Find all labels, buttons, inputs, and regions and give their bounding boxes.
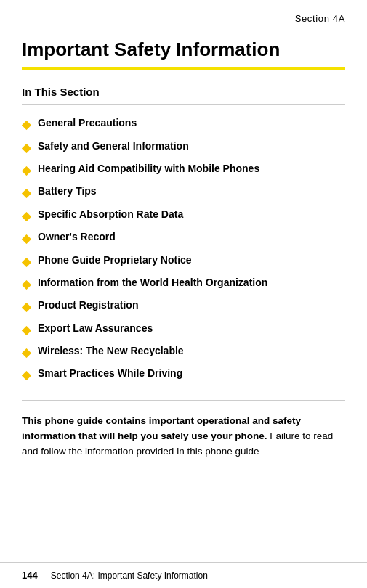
page-title: Important Safety Information: [0, 31, 367, 61]
toc-bullet-icon: ◆: [22, 299, 31, 315]
toc-item-label: Export Law Assurances: [38, 322, 153, 336]
toc-item-label: Battery Tips: [38, 184, 97, 199]
toc-bullet-icon: ◆: [22, 208, 31, 224]
toc-item-label: Owner's Record: [38, 230, 116, 245]
body-text: This phone guide contains important oper…: [0, 414, 367, 473]
toc-item-label: Information from the World Health Organi…: [38, 276, 267, 290]
footer-section-label: Section 4A: Important Safety Information: [51, 571, 208, 581]
page-container: Section 4A Important Safety Information …: [0, 0, 367, 588]
toc-item: ◆Specific Absorption Rate Data: [22, 205, 345, 227]
toc-bullet-icon: ◆: [22, 345, 31, 361]
toc-item-label: Wireless: The New Recyclable: [38, 344, 184, 359]
section-label: Section 4A: [295, 13, 345, 24]
toc-item: ◆Export Law Assurances: [22, 319, 345, 341]
toc-item-label: Product Registration: [38, 298, 138, 313]
body-bold: This phone guide contains important oper…: [22, 415, 301, 441]
toc-item-label: Phone Guide Proprietary Notice: [38, 253, 192, 268]
toc-item: ◆Owner's Record: [22, 227, 345, 250]
footer-page-number: 144: [22, 570, 38, 581]
toc-bullet-icon: ◆: [22, 117, 31, 133]
toc-item-label: General Precautions: [38, 116, 137, 131]
in-this-section-label: In This Section: [0, 70, 367, 104]
toc-bullet-icon: ◆: [22, 140, 31, 156]
toc-item: ◆General Precautions: [22, 113, 345, 136]
footer: 144 Section 4A: Important Safety Informa…: [0, 562, 367, 588]
toc-item: ◆Product Registration: [22, 295, 345, 318]
toc-bullet-icon: ◆: [22, 231, 31, 247]
toc-bullet-icon: ◆: [22, 254, 31, 270]
section-header: Section 4A: [0, 0, 367, 31]
toc-list: ◆General Precautions◆Safety and General …: [0, 105, 367, 396]
toc-bullet-icon: ◆: [22, 163, 31, 179]
toc-item-label: Specific Absorption Rate Data: [38, 208, 183, 222]
toc-bullet-icon: ◆: [22, 277, 31, 293]
toc-bullet-icon: ◆: [22, 322, 31, 338]
toc-item: ◆Phone Guide Proprietary Notice: [22, 250, 345, 273]
toc-item: ◆Hearing Aid Compatibility with Mobile P…: [22, 159, 345, 181]
toc-bullet-icon: ◆: [22, 185, 31, 201]
toc-item: ◆Wireless: The New Recyclable: [22, 341, 345, 364]
toc-bullet-icon: ◆: [22, 367, 31, 383]
toc-item: ◆Smart Practices While Driving: [22, 364, 345, 386]
toc-item-label: Hearing Aid Compatibility with Mobile Ph…: [38, 162, 259, 176]
bottom-divider: [22, 400, 345, 401]
toc-item: ◆Information from the World Health Organ…: [22, 273, 345, 295]
toc-item: ◆Battery Tips: [22, 181, 345, 204]
toc-item-label: Safety and General Information: [38, 139, 189, 154]
toc-item-label: Smart Practices While Driving: [38, 367, 182, 381]
toc-item: ◆Safety and General Information: [22, 136, 345, 159]
